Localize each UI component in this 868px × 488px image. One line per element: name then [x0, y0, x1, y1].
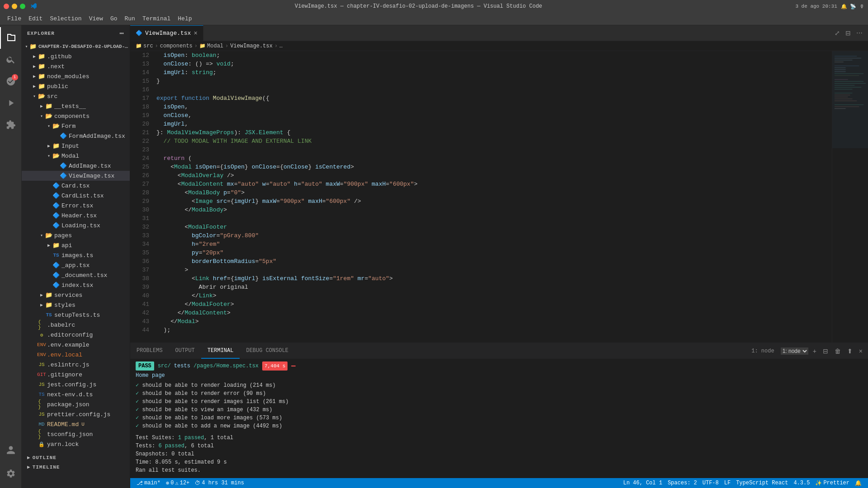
toggle-layout-button[interactable]: ⊟ [844, 28, 853, 38]
tree-form[interactable]: ▾ 📂 Form [22, 121, 130, 131]
status-eol[interactable]: LF [722, 480, 733, 486]
status-time[interactable]: ⏱ 4 hrs 31 mins [192, 480, 247, 487]
terminal-add-button[interactable]: + [811, 347, 818, 356]
menu-run[interactable]: Run [121, 14, 138, 23]
menu-help[interactable]: Help [174, 14, 195, 23]
tree-yarn-lock[interactable]: ▶ 🔒 yarn.lock [22, 439, 130, 449]
window-controls[interactable] [4, 4, 25, 9]
tree-api[interactable]: ▶ 📁 api [22, 240, 130, 250]
tree-src[interactable]: ▾ 📂 src [22, 91, 130, 101]
breadcrumb-modal[interactable]: Modal [207, 43, 223, 49]
terminal-maximize-button[interactable]: ⬆ [845, 347, 854, 356]
tree-gitignore[interactable]: ▶ GIT .gitignore [22, 370, 130, 380]
tree-next[interactable]: ▶ 📁 .next [22, 61, 130, 71]
tab-viewimage-close[interactable]: × [193, 30, 197, 37]
tree-document[interactable]: ▶ 🔷 _document.tsx [22, 270, 130, 280]
tree-editorconfig[interactable]: ▶ ⚙ .editorconfig [22, 330, 130, 340]
explorer-more-icon[interactable]: ⋯ [119, 29, 124, 38]
menu-edit[interactable]: Edit [25, 14, 46, 23]
panel-content[interactable]: PASS src/ tests /pages/Home.spec.tsx 7,4… [130, 359, 868, 478]
tree-loading[interactable]: ▶ 🔷 Loading.tsx [22, 221, 130, 230]
activity-explorer[interactable] [0, 27, 22, 49]
tree-modal[interactable]: ▾ 📂 Modal [22, 151, 130, 161]
tree-cardlist[interactable]: ▶ 🔷 CardList.tsx [22, 191, 130, 201]
activity-search[interactable] [0, 49, 22, 70]
timeline-section-header[interactable]: ▶ TIMELINE [22, 462, 130, 472]
activity-extensions[interactable] [0, 114, 22, 136]
activity-source-control[interactable]: 1 [0, 70, 22, 92]
activity-settings[interactable] [0, 463, 22, 484]
tree-root[interactable]: ▾ 📁 CHAPTER-IV-DESAFIO-02-UPLOAD-DE-IMA.… [22, 42, 130, 52]
editor-code[interactable]: isOpen: boolean; onClose: () => void; im… [153, 51, 832, 343]
tree-card[interactable]: ▶ 🔷 Card.tsx [22, 181, 130, 191]
tree-error[interactable]: ▶ 🔷 Error.tsx [22, 201, 130, 211]
status-ts-version[interactable]: 4.3.5 [791, 480, 812, 486]
tree-eslintrc[interactable]: ▶ JS .eslintrc.js [22, 360, 130, 370]
activity-run[interactable] [0, 92, 22, 114]
breadcrumb-src[interactable]: src [143, 43, 153, 49]
status-language[interactable]: TypeScript React [733, 480, 791, 486]
close-button[interactable] [4, 4, 9, 9]
terminal-trash-button[interactable]: 🗑 [833, 347, 843, 356]
maximize-button[interactable] [20, 4, 25, 9]
tree-services[interactable]: ▶ 📁 services [22, 290, 130, 300]
minimize-button[interactable] [12, 4, 17, 9]
panel-tab-debug-console[interactable]: DEBUG CONSOLE [240, 343, 295, 359]
view-more-button[interactable]: ⋯ [854, 28, 864, 38]
status-feedback[interactable]: 🔔 [852, 480, 864, 487]
api-folder-icon: 📁 [52, 242, 60, 249]
outline-section-header[interactable]: ▶ OUTLINE [22, 453, 130, 462]
breadcrumb-current[interactable]: ViewImage.tsx [230, 43, 273, 49]
menu-selection[interactable]: Selection [46, 14, 85, 23]
language-label: TypeScript React [736, 480, 788, 486]
encoding-label: UTF-8 [703, 480, 719, 486]
panel-tab-output[interactable]: OUTPUT [169, 343, 201, 359]
tree-formaddimage[interactable]: ▶ 🔷 FormAddImage.tsx [22, 131, 130, 141]
tree-readme[interactable]: ▶ MD README.md U [22, 419, 130, 429]
tree-public[interactable]: ▶ 📁 public [22, 81, 130, 91]
panel-tab-terminal[interactable]: TERMINAL [201, 343, 240, 359]
tree-addimage[interactable]: ▶ 🔷 AddImage.tsx [22, 161, 130, 171]
terminal-split-button[interactable]: ⊟ [821, 347, 830, 356]
tree-babelrc[interactable]: ▶ { } .babelrc [22, 320, 130, 330]
tree-github[interactable]: ▶ 📁 .github [22, 52, 130, 61]
line-20: 20 [130, 120, 149, 128]
tree-tests[interactable]: ▶ 📁 __tests__ [22, 101, 130, 111]
tree-header[interactable]: ▶ 🔷 Header.tsx [22, 211, 130, 221]
tree-styles[interactable]: ▶ 📁 styles [22, 300, 130, 310]
split-editor-button[interactable]: ⤢ [833, 28, 842, 38]
status-git[interactable]: ⎇ main* [134, 480, 163, 487]
activity-account[interactable] [0, 439, 22, 461]
tree-package-json[interactable]: ▶ { } package.json [22, 399, 130, 409]
tree-setuptests[interactable]: ▶ TS setupTests.ts [22, 310, 130, 320]
breadcrumb-components[interactable]: components [160, 43, 193, 49]
tree-pages[interactable]: ▾ 📂 pages [22, 230, 130, 240]
status-errors[interactable]: ⊗ 0 ⚠ 12+ [163, 480, 192, 487]
menu-file[interactable]: File [4, 14, 25, 23]
menu-go[interactable]: Go [107, 14, 121, 23]
tree-index[interactable]: ▶ 🔷 index.tsx [22, 280, 130, 290]
tree-tsconfig-json[interactable]: ▶ { } tsconfig.json [22, 429, 130, 439]
tree-jest-config[interactable]: ▶ JS jest.config.js [22, 380, 130, 389]
status-line-col[interactable]: Ln 46, Col 1 [621, 480, 665, 486]
menu-view[interactable]: View [85, 14, 107, 23]
tree-node-modules[interactable]: ▶ 📁 node_modules [22, 71, 130, 81]
tab-viewimage[interactable]: 🔷 ViewImage.tsx × [130, 25, 203, 41]
tree-env-example[interactable]: ▶ ENV .env.example [22, 340, 130, 350]
tree-images-ts[interactable]: ▶ TS images.ts [22, 250, 130, 260]
status-encoding[interactable]: UTF-8 [700, 480, 722, 486]
tree-env-local[interactable]: ▶ ENV .env.local [22, 350, 130, 360]
tree-app[interactable]: ▶ 🔷 _app.tsx [22, 260, 130, 270]
menu-terminal[interactable]: Terminal [139, 14, 174, 23]
tree-components[interactable]: ▾ 📂 components [22, 111, 130, 121]
status-prettier[interactable]: ✨ Prettier [812, 480, 852, 487]
terminal-select[interactable]: 1: node [781, 347, 808, 355]
breadcrumb-ellipsis[interactable]: … [279, 43, 283, 49]
panel-tab-problems[interactable]: PROBLEMS [130, 343, 169, 359]
tree-prettier-config[interactable]: ▶ JS prettier.config.js [22, 409, 130, 419]
terminal-close-button[interactable]: × [857, 347, 864, 356]
tree-next-env[interactable]: ▶ TS next-env.d.ts [22, 389, 130, 399]
tree-input[interactable]: ▶ 📁 Input [22, 141, 130, 151]
status-spaces[interactable]: Spaces: 2 [665, 480, 700, 486]
tree-viewimage[interactable]: ▶ 🔷 ViewImage.tsx [22, 171, 130, 181]
